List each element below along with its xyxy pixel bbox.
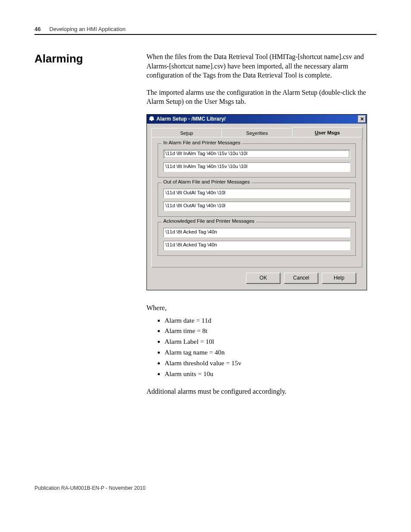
help-button[interactable]: Help: [322, 273, 356, 284]
group-out-of-alarm: Out of Alarm File and Printer Messages \…: [158, 183, 356, 217]
where-item: Alarm date = 11d: [165, 315, 377, 326]
closing-paragraph: Additional alarms must be configured acc…: [146, 387, 377, 396]
ok-button[interactable]: OK: [246, 273, 280, 284]
where-label: Where,: [146, 303, 377, 313]
group-in-alarm-legend: In Alarm File and Printer Messages: [162, 140, 242, 145]
titlebar: Alarm Setup - /MMC Library/ ✕: [147, 115, 367, 124]
where-item: Alarm time = 8t: [165, 326, 377, 336]
where-item: Alarm units = 10u: [165, 369, 377, 380]
footer-publication: Publication RA-UM001B-EN-P - November 20…: [34, 485, 146, 491]
where-item: Alarm threshold value = 15v: [165, 358, 377, 369]
close-icon: ✕: [360, 117, 364, 121]
acknowledged-field-2[interactable]: \11d \8t Acked Tag \40n: [163, 241, 350, 250]
close-button[interactable]: ✕: [358, 115, 366, 123]
in-alarm-field-1[interactable]: \11d \8t InAlm Tag \40n \15v \10u \10l: [163, 149, 350, 159]
where-list: Alarm date = 11d Alarm time = 8t Alarm L…: [146, 315, 377, 380]
body-paragraph-2: The imported alarms use the configuratio…: [146, 88, 377, 106]
group-acknowledged: Acknowledged File and Printer Messages \…: [158, 222, 356, 256]
tab-panel-user-msgs: In Alarm File and Printer Messages \11d …: [151, 137, 362, 268]
body-paragraph-1: When the files from the Data Retrieval T…: [146, 52, 377, 80]
section-heading: Alarming: [34, 52, 116, 65]
svg-rect-0: [151, 120, 153, 121]
where-item: Alarm Label = 10l: [165, 336, 377, 347]
cancel-button[interactable]: Cancel: [284, 273, 318, 284]
out-of-alarm-field-2[interactable]: \11d \8t OutAl Tag \40n \10l: [163, 202, 350, 211]
group-in-alarm: In Alarm File and Printer Messages \11d …: [158, 143, 356, 177]
group-out-of-alarm-legend: Out of Alarm File and Printer Messages: [162, 179, 252, 184]
page-number: 46: [34, 26, 40, 32]
dialog-title: Alarm Setup - /MMC Library/: [156, 116, 358, 122]
chapter-title: Developing an HMI Application: [49, 26, 125, 32]
tab-bar: Setup Severities User Msgs: [151, 127, 362, 137]
where-item: Alarm tag name = 40n: [165, 347, 377, 358]
alarm-setup-dialog: Alarm Setup - /MMC Library/ ✕ Setup Seve…: [146, 114, 367, 290]
in-alarm-field-2[interactable]: \11d \8t InAlm Tag \40n \15v \10u \10l: [163, 162, 350, 172]
acknowledged-field-1[interactable]: \11d \8t Acked Tag \40n: [163, 228, 350, 237]
alarm-icon: [149, 116, 155, 122]
dialog-button-row: OK Cancel Help: [151, 268, 362, 284]
group-acknowledged-legend: Acknowledged File and Printer Messages: [162, 218, 256, 224]
page-header: 46 Developing an HMI Application: [34, 26, 377, 35]
out-of-alarm-field-1[interactable]: \11d \8t OutAl Tag \40n \10l: [163, 189, 350, 198]
